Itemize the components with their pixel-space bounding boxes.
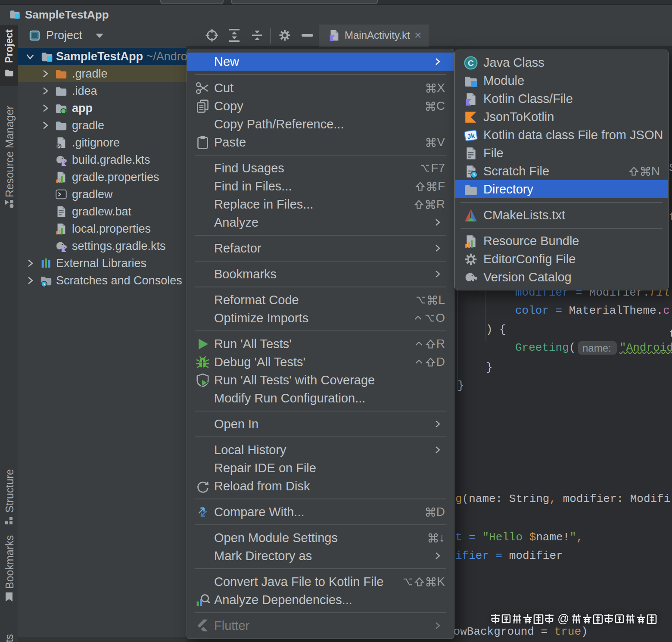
svg-text:@: @	[557, 613, 569, 625]
svg-text:C: C	[468, 59, 474, 68]
svg-text:Jk: Jk	[467, 132, 475, 140]
